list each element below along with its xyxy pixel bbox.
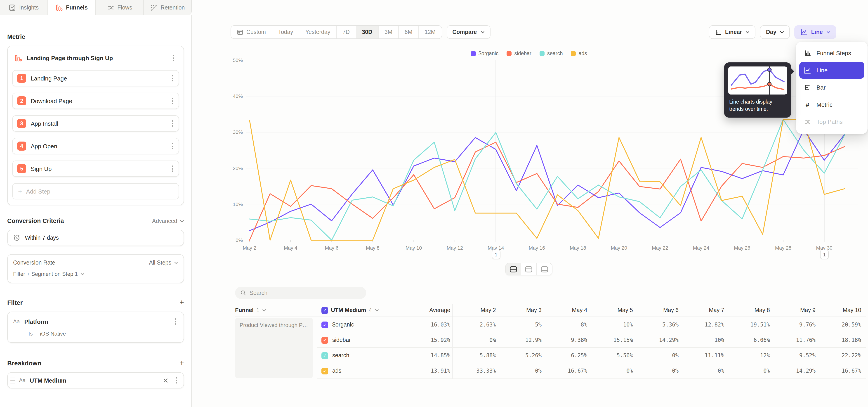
tab-funnels[interactable]: Funnels [48,0,96,15]
table-row-sidebar: ✓sidebar15.92%0%12.9%9.38%15.15%14.29%10… [235,333,866,348]
funnel-kebab-icon[interactable] [170,53,177,63]
series-checkbox[interactable]: ✓ [321,321,328,328]
date-column-header[interactable]: May 9 [772,307,817,313]
tooltip-arrow [791,68,794,75]
tab-insights[interactable]: Insights [0,0,48,15]
layout-split-view-button[interactable] [506,263,521,275]
date-column-header[interactable]: May 10 [817,307,863,313]
breakdown-table: Funnel 1 ✓ UTM Medium 4 Average May 2May… [235,304,866,378]
filter-item-platform[interactable]: Aa Platform Is iOS Native [7,312,184,343]
date-column-header[interactable]: May 5 [589,307,635,313]
date-column-header[interactable]: May 4 [544,307,589,313]
y-tick-label: 30% [233,129,243,135]
funnel-step-1[interactable]: 1Landing Page [12,70,179,86]
funnel-column-count: 1 [256,307,259,313]
add-step-button[interactable]: + Add Step [12,183,179,199]
conversion-window[interactable]: Within 7 days [7,230,184,246]
filter-kebab-icon[interactable] [172,317,179,326]
funnel-step-3[interactable]: 3App Install [12,115,179,132]
date-column-header[interactable]: May 8 [726,307,772,313]
menu-item-label: Top Paths [816,119,843,125]
cell-value: 22.22% [817,352,863,358]
average-value: 13.91% [400,368,452,374]
cell-value: 0% [452,337,498,343]
remove-breakdown-icon[interactable] [163,378,168,383]
step-kebab-icon[interactable] [169,73,176,83]
conversion-window-label: Within 7 days [25,235,59,241]
step-kebab-icon[interactable] [169,96,176,106]
date-column-header[interactable]: May 6 [635,307,680,313]
range-label: 30D [362,29,372,35]
funnel-step-4[interactable]: 4App Open [12,138,179,154]
granularity-dropdown-button[interactable]: Day [760,25,790,39]
series-checkbox[interactable]: ✓ [321,352,328,359]
select-all-checkbox[interactable]: ✓ [321,307,328,314]
conversion-rate-label: Conversion Rate [13,259,55,266]
chart-type-dropdown-button[interactable]: Line [795,25,836,39]
menu-item-label: Metric [816,101,833,108]
range-3m[interactable]: 3M [379,26,399,38]
breakdown-column-header[interactable]: ✓ UTM Medium 4 [316,307,400,314]
tab-retention[interactable]: Retention [144,0,191,15]
x-tick-label: May 16 [529,245,545,251]
all-steps-dropdown[interactable]: All Steps [149,259,178,266]
date-column-header[interactable]: May 3 [498,307,544,313]
filter-segment-label: Filter + Segment on Step 1 [13,271,78,277]
step-kebab-icon[interactable] [169,164,176,174]
range-30d[interactable]: 30D [356,26,379,38]
range-custom[interactable]: Custom [231,26,272,38]
date-column-header[interactable]: May 2 [452,307,498,313]
series-checkbox[interactable]: ✓ [321,368,328,374]
series-cell: ✓ads [316,368,400,374]
drag-handle-icon[interactable]: ——— [10,376,15,384]
date-range-segmented-control: CustomTodayYesterday7D30D3M6M12M [230,25,442,39]
breakdown-kebab-icon[interactable] [173,375,180,385]
funnel-step-2[interactable]: 2Download Page [12,93,179,109]
x-tick-label: May 12 [447,245,463,251]
range-7d[interactable]: 7D [337,26,356,38]
date-column-header[interactable]: May 7 [680,307,726,313]
layout-chart-view-button[interactable] [521,263,537,275]
query-builder-sidebar: Metric Landing Page through Sign Up 1Lan… [0,15,192,407]
funnel-step-5[interactable]: 5Sign Up [12,160,179,177]
menu-item-label: Funnel Steps [816,50,851,57]
step-kebab-icon[interactable] [169,141,176,151]
step-kebab-icon[interactable] [169,119,176,128]
annotation-badge-may-30[interactable]: 1 [820,250,829,259]
cell-value: 5.36% [635,321,680,328]
menu-item-funnel-steps[interactable]: Funnel Steps [799,45,864,62]
search-input[interactable] [250,290,361,296]
menu-item-metric[interactable]: #Metric [799,96,864,113]
add-filter-button[interactable]: + [180,299,184,306]
cell-value: 15.15% [589,337,635,343]
step-number-badge: 4 [17,142,26,151]
add-breakdown-button[interactable]: + [180,359,184,367]
range-today[interactable]: Today [272,26,300,38]
compare-button[interactable]: Compare [446,25,490,39]
annotation-badge-may-14[interactable]: 1 [492,250,500,259]
menu-item-bar[interactable]: Bar [799,79,864,96]
range-12m[interactable]: 12M [419,26,442,38]
breakdown-column-count: 4 [369,307,372,313]
series-checkbox[interactable]: ✓ [321,337,328,343]
range-yesterday[interactable]: Yesterday [300,26,337,38]
menu-item-top-paths: Top Paths [799,114,864,130]
breakdown-property-name: UTM Medium [30,377,66,384]
average-column-header[interactable]: Average [400,307,452,313]
range-label: 3M [384,29,393,35]
y-tick-label: 40% [233,93,243,99]
menu-item-line[interactable]: Line [799,62,864,79]
layout-table-view-button[interactable] [537,263,552,275]
filter-segment-dropdown[interactable]: Filter + Segment on Step 1 [13,271,178,277]
step-label: Sign Up [31,165,52,172]
funnel-title-row[interactable]: Landing Page through Sign Up [12,52,179,70]
chevron-down-icon [180,220,184,222]
tab-flows[interactable]: Flows [96,0,144,15]
range-6m[interactable]: 6M [399,26,419,38]
advanced-dropdown[interactable]: Advanced [152,218,184,224]
layout-toggle-group [505,263,553,275]
average-value: 15.92% [400,337,452,343]
funnel-column-header[interactable]: Funnel 1 [235,307,316,313]
breakdown-item-utm-medium[interactable]: ——— Aa UTM Medium [7,372,184,388]
scale-dropdown-button[interactable]: Linear [709,25,756,39]
